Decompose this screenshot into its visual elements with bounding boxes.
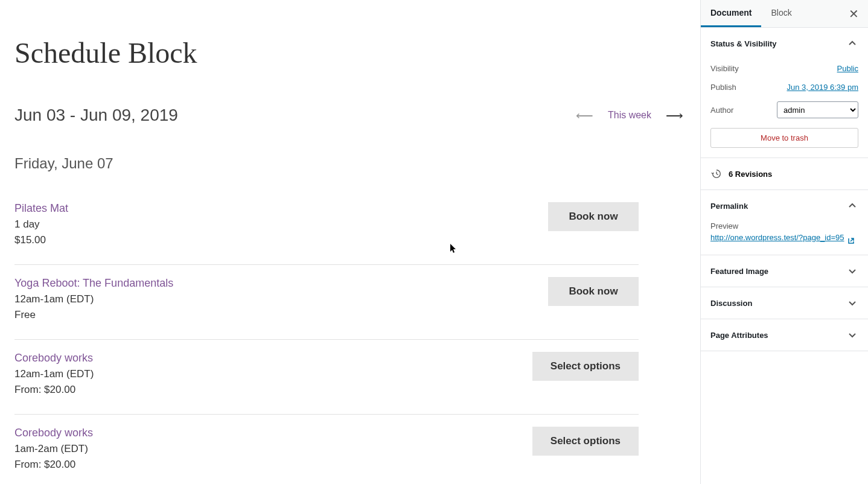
event-item: Pilates Mat 1 day $15.00 Book now bbox=[14, 190, 639, 265]
event-time: 12am-1am (EDT) bbox=[14, 293, 173, 305]
event-title-link[interactable]: Corebody works bbox=[14, 352, 94, 365]
chevron-down-icon bbox=[846, 329, 858, 341]
event-price: Free bbox=[14, 309, 173, 321]
close-sidebar-button[interactable]: ✕ bbox=[846, 7, 861, 21]
event-price: From: $20.00 bbox=[14, 384, 94, 396]
visibility-value-link[interactable]: Public bbox=[837, 64, 858, 73]
event-item: Corebody works 12am-1am (EDT) From: $20.… bbox=[14, 340, 639, 415]
day-heading: Friday, June 07 bbox=[14, 155, 686, 172]
date-range: Jun 03 - Jun 09, 2019 bbox=[14, 106, 178, 125]
preview-label: Preview bbox=[710, 221, 858, 231]
next-week-button[interactable]: ⟶ bbox=[663, 106, 686, 125]
book-now-button[interactable]: Book now bbox=[548, 277, 639, 306]
permalink-url-link[interactable]: http://one.wordpress.test/?page_id=95 bbox=[710, 233, 858, 245]
move-to-trash-button[interactable]: Move to trash bbox=[710, 128, 858, 148]
book-now-button[interactable]: Book now bbox=[548, 202, 639, 231]
page-attributes-panel-header[interactable]: Page Attributes bbox=[701, 319, 868, 351]
page-title[interactable]: Schedule Block bbox=[14, 36, 686, 69]
visibility-label: Visibility bbox=[710, 64, 739, 73]
event-price: $15.00 bbox=[14, 234, 68, 246]
external-link-icon bbox=[847, 237, 855, 245]
event-item: Corebody works 1am-2am (EDT) From: $20.0… bbox=[14, 415, 639, 484]
event-time: 1am-2am (EDT) bbox=[14, 443, 93, 455]
chevron-up-icon bbox=[846, 37, 858, 49]
chevron-down-icon bbox=[846, 265, 858, 277]
event-item: Yoga Reboot: The Fundamentals 12am-1am (… bbox=[14, 265, 639, 340]
author-select[interactable]: admin bbox=[777, 101, 858, 118]
featured-image-panel-header[interactable]: Featured Image bbox=[701, 255, 868, 287]
publish-label: Publish bbox=[710, 83, 736, 92]
event-title-link[interactable]: Pilates Mat bbox=[14, 202, 68, 215]
panel-title: Featured Image bbox=[710, 267, 768, 276]
chevron-down-icon bbox=[846, 297, 858, 309]
panel-title: Permalink bbox=[710, 202, 748, 211]
revisions-link[interactable]: 6 Revisions bbox=[701, 158, 868, 190]
revisions-text: 6 Revisions bbox=[729, 170, 772, 179]
panel-title: Status & Visibility bbox=[710, 39, 777, 48]
publish-value-link[interactable]: Jun 3, 2019 6:39 pm bbox=[787, 83, 858, 92]
event-time: 12am-1am (EDT) bbox=[14, 368, 94, 380]
status-visibility-panel-header[interactable]: Status & Visibility bbox=[701, 28, 868, 59]
permalink-url-text: http://one.wordpress.test/?page_id=95 bbox=[710, 233, 844, 242]
panel-title: Discussion bbox=[710, 299, 752, 308]
panel-title: Page Attributes bbox=[710, 331, 768, 340]
event-title-link[interactable]: Corebody works bbox=[14, 427, 93, 439]
event-title-link[interactable]: Yoga Reboot: The Fundamentals bbox=[14, 277, 173, 290]
author-label: Author bbox=[710, 106, 733, 115]
event-list: Pilates Mat 1 day $15.00 Book now Yoga R… bbox=[14, 190, 639, 484]
settings-sidebar: Document Block ✕ Status & Visibility Vis… bbox=[700, 0, 868, 484]
select-options-button[interactable]: Select options bbox=[532, 427, 639, 456]
permalink-panel-header[interactable]: Permalink bbox=[701, 190, 868, 221]
chevron-up-icon bbox=[846, 200, 858, 212]
tab-block[interactable]: Block bbox=[761, 0, 801, 27]
prev-week-button[interactable]: ⟵ bbox=[573, 106, 596, 125]
discussion-panel-header[interactable]: Discussion bbox=[701, 287, 868, 319]
event-time: 1 day bbox=[14, 218, 68, 231]
this-week-link[interactable]: This week bbox=[608, 110, 651, 121]
event-price: From: $20.00 bbox=[14, 459, 93, 471]
history-icon bbox=[710, 168, 723, 180]
tab-document[interactable]: Document bbox=[701, 0, 761, 27]
close-icon: ✕ bbox=[849, 7, 859, 21]
select-options-button[interactable]: Select options bbox=[532, 352, 639, 381]
